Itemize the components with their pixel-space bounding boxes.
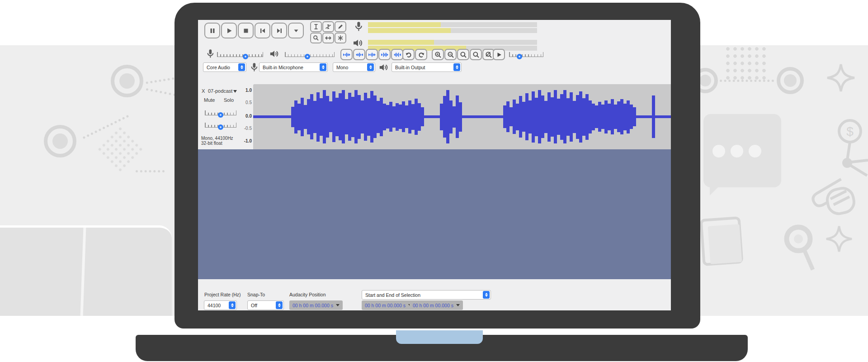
zoom-out-icon	[447, 51, 454, 58]
play-button[interactable]	[221, 23, 237, 38]
empty-track-area[interactable]	[198, 149, 671, 279]
track-format-info: Mono, 44100Hz32-bit float	[201, 136, 233, 146]
illustration-stage: $	[0, 0, 868, 362]
waveform[interactable]	[253, 84, 671, 149]
cut-button[interactable]	[340, 49, 353, 60]
track-gain-slider[interactable]	[205, 109, 236, 115]
ruler-tick-label: -1.0	[244, 138, 252, 143]
output-volume-speaker-icon	[269, 49, 279, 58]
silence-icon	[393, 52, 401, 58]
slider-thumb[interactable]	[218, 112, 223, 118]
selection-start-field[interactable]: 00 h 00 m 00.000 s	[362, 300, 415, 310]
track-vertical-ruler: 1.0 0.5 0.0 -0.5 -1.0	[242, 84, 253, 149]
output-volume-slider[interactable]	[285, 51, 335, 57]
record-dropdown-button[interactable]	[288, 23, 304, 38]
slider-thumb[interactable]	[517, 54, 522, 59]
slider-thumb[interactable]	[305, 54, 310, 59]
ruler-tick-label: 0.0	[245, 114, 252, 119]
laptop-hinge-notch	[396, 330, 483, 344]
selection-mode-value: Start and End of Selection	[365, 292, 420, 298]
scrollbar-strip	[198, 279, 671, 291]
zoom-out-button[interactable]	[444, 49, 457, 60]
zoom-in-icon	[434, 51, 442, 58]
record-meter-mic-icon	[354, 21, 363, 32]
trim-button[interactable]	[378, 49, 391, 60]
play-meter-speaker-icon	[353, 38, 363, 48]
audacity-position-field[interactable]: 00 h 00 m 00.000 s	[289, 300, 343, 310]
track-title[interactable]: 07-podcast	[208, 88, 232, 94]
record-meter-bar	[368, 28, 537, 33]
copy-icon	[355, 52, 363, 58]
track-mute-button[interactable]: Mute	[204, 97, 215, 103]
stepper-icon	[367, 63, 374, 71]
input-device-mic-icon	[250, 62, 259, 72]
zoom-toolbar	[432, 49, 495, 60]
record-meter-bar	[368, 22, 537, 27]
skip-to-end-icon	[276, 27, 283, 34]
snap-to-label: Snap-To	[247, 292, 265, 297]
stepper-icon	[276, 301, 283, 309]
play-meter-fill	[368, 40, 434, 45]
pause-icon	[209, 27, 216, 34]
skip-to-end-button[interactable]	[271, 23, 287, 38]
slider-thumb[interactable]	[243, 54, 248, 59]
undo-button[interactable]	[402, 49, 415, 60]
envelope-tool-button[interactable]	[322, 21, 334, 32]
selection-end-value: 00 h 00 m 00.000 s	[413, 303, 453, 308]
output-device-select[interactable]: Built-in Output	[392, 62, 462, 72]
project-rate-select[interactable]: 44100	[204, 300, 237, 310]
stepper-icon	[453, 63, 460, 71]
stepper-icon	[483, 291, 490, 299]
input-volume-slider[interactable]	[217, 51, 263, 57]
silence-button[interactable]	[391, 49, 403, 60]
fit-selection-button[interactable]	[457, 49, 469, 60]
input-device-value: Built-in Microphone	[263, 65, 303, 70]
audacity-position-value: 00 h 00 m 00.000 s	[292, 303, 333, 308]
multi-tool-button[interactable]	[335, 33, 346, 43]
selection-tool-button[interactable]	[310, 21, 322, 32]
undo-icon	[405, 52, 412, 58]
snap-to-select[interactable]: Off	[247, 300, 284, 310]
timeshift-tool-icon	[325, 35, 331, 41]
zoom-tool-button[interactable]	[310, 33, 322, 43]
selection-tool-icon	[313, 24, 319, 30]
play-at-speed-button[interactable]	[493, 49, 505, 60]
zoom-in-button[interactable]	[432, 49, 444, 60]
paste-button[interactable]	[366, 49, 378, 60]
draw-tool-icon	[337, 24, 344, 30]
dropdown-caret-icon	[336, 304, 340, 306]
zoom-tool-icon	[313, 35, 319, 41]
play-speed-slider[interactable]	[509, 51, 543, 57]
tools-toolbar	[310, 21, 346, 43]
record-dropdown-icon	[292, 27, 300, 34]
track-menu-caret-icon[interactable]	[233, 90, 237, 93]
slider-thumb[interactable]	[218, 124, 223, 130]
envelope-tool-icon	[325, 24, 331, 30]
skip-to-start-button[interactable]	[255, 23, 270, 38]
fit-project-button[interactable]	[470, 49, 482, 60]
stepper-icon	[238, 63, 245, 71]
copy-button[interactable]	[353, 49, 365, 60]
track-solo-button[interactable]: Solo	[224, 97, 234, 103]
input-channels-select[interactable]: Mono	[333, 62, 375, 72]
timeshift-tool-button[interactable]	[322, 33, 334, 43]
input-channels-value: Mono	[336, 65, 348, 70]
play-meter-bar	[368, 40, 537, 45]
track-pan-slider[interactable]	[205, 121, 236, 128]
pause-button[interactable]	[204, 23, 220, 38]
draw-tool-button[interactable]	[335, 21, 346, 32]
track-close-button[interactable]: X	[202, 88, 205, 94]
redo-button[interactable]	[415, 49, 427, 60]
output-device-value: Built-in Output	[395, 65, 425, 70]
input-device-select[interactable]: Built-in Microphone	[259, 62, 328, 72]
audio-host-select[interactable]: Core Audio	[203, 62, 246, 72]
stop-button[interactable]	[238, 23, 254, 38]
selection-end-field[interactable]: 00 h 00 m 00.000 s	[410, 300, 463, 310]
fit-project-icon	[472, 51, 480, 58]
selection-mode-select[interactable]: Start and End of Selection	[362, 290, 491, 300]
audacity-position-label: Audacity Position	[289, 292, 326, 297]
stepper-icon	[320, 63, 326, 71]
transport-toolbar	[204, 23, 305, 38]
play-at-speed-icon	[496, 52, 502, 58]
undo-redo-toolbar	[402, 49, 428, 60]
